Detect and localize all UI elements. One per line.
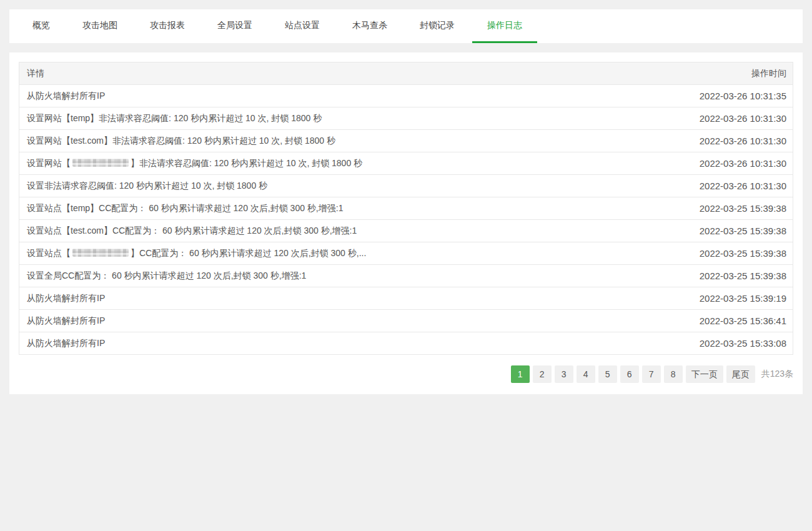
page-button-6[interactable]: 6 <box>620 365 639 383</box>
log-time-cell: 2022-03-26 10:31:30 <box>681 175 793 197</box>
log-time-cell: 2022-03-25 15:36:41 <box>681 310 793 332</box>
page-button-1[interactable]: 1 <box>511 365 530 383</box>
log-time-cell: 2022-03-25 15:39:38 <box>681 197 793 220</box>
log-row: 设置全局CC配置为： 60 秒内累计请求超过 120 次后,封锁 300 秒,增… <box>19 265 793 287</box>
page-button-8[interactable]: 8 <box>664 365 683 383</box>
log-detail-cell: 设置站点【temp】CC配置为： 60 秒内累计请求超过 120 次后,封锁 3… <box>19 197 681 220</box>
table-header-row: 详情 操作时间 <box>19 62 793 85</box>
log-time-cell: 2022-03-26 10:31:30 <box>681 130 793 152</box>
log-detail-cell: 从防火墙解封所有IP <box>19 287 681 310</box>
tab-attack-map[interactable]: 攻击地图 <box>67 9 132 43</box>
log-time-cell: 2022-03-26 10:31:30 <box>681 107 793 130</box>
log-detail-cell: 设置网站【test.com】非法请求容忍阈值: 120 秒内累计超过 10 次,… <box>19 130 681 152</box>
column-header-time: 操作时间 <box>681 62 793 85</box>
log-detail-cell: 设置网站【temp】非法请求容忍阈值: 120 秒内累计超过 10 次, 封锁 … <box>19 107 681 130</box>
tab-list: 概览攻击地图攻击报表全局设置站点设置木马查杀封锁记录操作日志 <box>16 9 803 43</box>
last-page-button[interactable]: 尾页 <box>726 365 755 383</box>
log-time-cell: 2022-03-25 15:39:38 <box>681 265 793 287</box>
tab-trojan-scan[interactable]: 木马查杀 <box>337 9 402 43</box>
log-row: 从防火墙解封所有IP2022-03-25 15:36:41 <box>19 310 793 332</box>
column-header-detail: 详情 <box>19 62 681 85</box>
log-detail-cell: 从防火墙解封所有IP <box>19 310 681 332</box>
log-row: 从防火墙解封所有IP2022-03-25 15:39:19 <box>19 287 793 310</box>
operation-log-table: 详情 操作时间 从防火墙解封所有IP2022-03-26 10:31:35设置网… <box>19 62 793 355</box>
log-row: 设置站点【temp】CC配置为： 60 秒内累计请求超过 120 次后,封锁 3… <box>19 197 793 220</box>
operation-log-panel: 详情 操作时间 从防火墙解封所有IP2022-03-26 10:31:35设置网… <box>9 52 803 394</box>
log-detail-cell: 设置网站【】非法请求容忍阈值: 120 秒内累计超过 10 次, 封锁 1800… <box>19 152 681 175</box>
log-time-cell: 2022-03-25 15:39:38 <box>681 242 793 265</box>
tab-block-records[interactable]: 封锁记录 <box>405 9 470 43</box>
log-row: 设置网站【】非法请求容忍阈值: 120 秒内累计超过 10 次, 封锁 1800… <box>19 152 793 175</box>
tab-global-settings[interactable]: 全局设置 <box>202 9 267 43</box>
redacted-text <box>72 159 129 167</box>
tab-overview[interactable]: 概览 <box>17 9 65 43</box>
log-time-cell: 2022-03-25 15:39:38 <box>681 220 793 242</box>
log-row: 设置网站【temp】非法请求容忍阈值: 120 秒内累计超过 10 次, 封锁 … <box>19 107 793 130</box>
log-row: 设置站点【test.com】CC配置为： 60 秒内累计请求超过 120 次后,… <box>19 220 793 242</box>
log-detail-cell: 从防火墙解封所有IP <box>19 85 681 107</box>
tab-attack-report[interactable]: 攻击报表 <box>135 9 200 43</box>
log-row: 设置站点【】CC配置为： 60 秒内累计请求超过 120 次后,封锁 300 秒… <box>19 242 793 265</box>
log-row: 设置网站【test.com】非法请求容忍阈值: 120 秒内累计超过 10 次,… <box>19 130 793 152</box>
log-row: 从防火墙解封所有IP2022-03-26 10:31:35 <box>19 85 793 107</box>
log-detail-cell: 从防火墙解封所有IP <box>19 332 681 355</box>
page-button-2[interactable]: 2 <box>533 365 552 383</box>
log-row: 设置非法请求容忍阈值: 120 秒内累计超过 10 次, 封锁 1800 秒20… <box>19 175 793 197</box>
log-row: 从防火墙解封所有IP2022-03-25 15:33:08 <box>19 332 793 355</box>
total-count-label: 共123条 <box>761 369 793 380</box>
log-time-cell: 2022-03-26 10:31:35 <box>681 85 793 107</box>
tab-operation-logs[interactable]: 操作日志 <box>472 9 537 43</box>
tab-site-settings[interactable]: 站点设置 <box>270 9 335 43</box>
log-time-cell: 2022-03-25 15:39:19 <box>681 287 793 310</box>
page-button-3[interactable]: 3 <box>555 365 573 383</box>
top-navigation: 概览攻击地图攻击报表全局设置站点设置木马查杀封锁记录操作日志 <box>9 9 803 43</box>
log-detail-cell: 设置非法请求容忍阈值: 120 秒内累计超过 10 次, 封锁 1800 秒 <box>19 175 681 197</box>
log-detail-cell: 设置全局CC配置为： 60 秒内累计请求超过 120 次后,封锁 300 秒,增… <box>19 265 681 287</box>
log-detail-cell: 设置站点【】CC配置为： 60 秒内累计请求超过 120 次后,封锁 300 秒… <box>19 242 681 265</box>
page-button-7[interactable]: 7 <box>642 365 661 383</box>
log-detail-cell: 设置站点【test.com】CC配置为： 60 秒内累计请求超过 120 次后,… <box>19 220 681 242</box>
log-time-cell: 2022-03-25 15:33:08 <box>681 332 793 355</box>
pagination: 12345678 下一页 尾页 共123条 <box>19 365 793 383</box>
redacted-text <box>72 249 129 257</box>
page-button-4[interactable]: 4 <box>577 365 595 383</box>
page-button-5[interactable]: 5 <box>598 365 617 383</box>
next-page-button[interactable]: 下一页 <box>686 365 723 383</box>
log-time-cell: 2022-03-26 10:31:30 <box>681 152 793 175</box>
